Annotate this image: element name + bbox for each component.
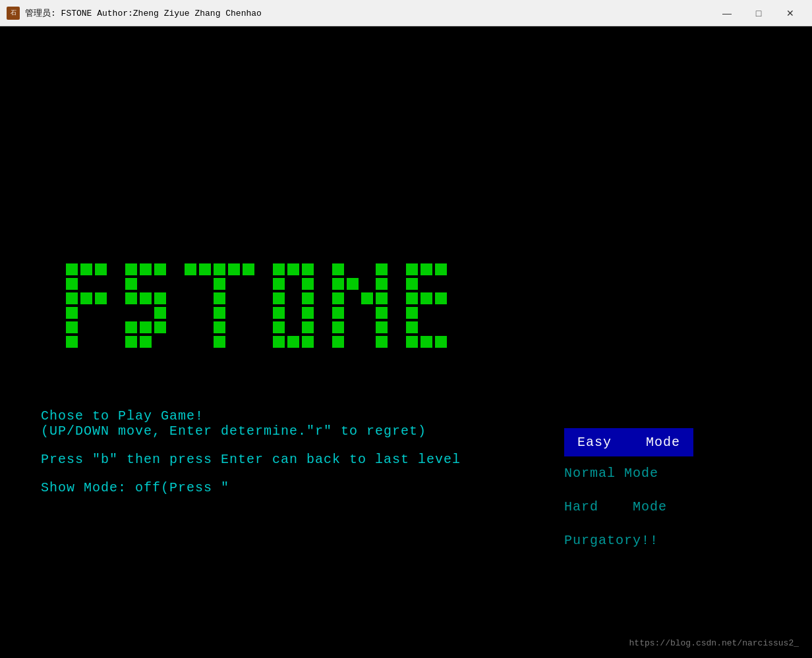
svg-rect-43 (302, 321, 314, 333)
svg-rect-49 (332, 292, 344, 304)
svg-rect-11 (140, 263, 152, 275)
svg-rect-33 (273, 263, 285, 275)
svg-rect-32 (214, 336, 225, 348)
svg-rect-13 (125, 278, 137, 290)
mode-easy[interactable]: Easy Mode (564, 428, 693, 456)
svg-rect-67 (435, 292, 447, 304)
svg-rect-20 (154, 321, 166, 333)
svg-rect-62 (420, 263, 432, 275)
svg-rect-35 (302, 263, 314, 275)
svg-rect-46 (302, 336, 314, 348)
svg-rect-28 (214, 278, 225, 290)
svg-rect-16 (154, 292, 166, 304)
svg-rect-53 (347, 278, 359, 290)
window-controls: — □ ✕ (712, 3, 805, 23)
svg-rect-39 (302, 292, 314, 304)
mode-hard[interactable]: Hard Mode (564, 490, 693, 524)
svg-rect-22 (140, 336, 152, 348)
svg-rect-52 (332, 336, 344, 348)
svg-rect-42 (273, 321, 285, 333)
svg-rect-12 (154, 263, 166, 275)
svg-rect-29 (214, 292, 225, 304)
svg-rect-71 (420, 336, 432, 348)
svg-rect-37 (302, 278, 314, 290)
svg-rect-19 (140, 321, 152, 333)
svg-rect-15 (140, 292, 152, 304)
maximize-button[interactable]: □ (743, 3, 774, 23)
svg-rect-70 (406, 336, 418, 348)
svg-rect-24 (199, 263, 211, 275)
titlebar: 石 管理员: FSTONE Author:Zheng Ziyue Zhang C… (0, 0, 812, 26)
svg-rect-59 (376, 321, 388, 333)
mode-normal[interactable]: Normal Mode (564, 456, 693, 490)
svg-rect-60 (376, 336, 388, 348)
svg-rect-66 (420, 292, 432, 304)
svg-rect-44 (273, 336, 285, 348)
svg-rect-56 (376, 263, 388, 275)
svg-rect-6 (95, 292, 107, 304)
svg-rect-34 (287, 263, 299, 275)
svg-rect-68 (406, 307, 418, 319)
mode-list: Easy Mode Normal Mode Hard Mode Purgator… (564, 428, 693, 557)
app-icon: 石 (7, 7, 20, 20)
svg-rect-51 (332, 321, 344, 333)
svg-rect-58 (376, 307, 388, 319)
svg-rect-64 (406, 278, 418, 290)
svg-rect-23 (185, 263, 196, 275)
svg-rect-65 (406, 292, 418, 304)
svg-rect-27 (243, 263, 254, 275)
game-area: Chose to Play Game! (UP/DOWN move, Enter… (0, 26, 812, 658)
svg-rect-50 (332, 307, 344, 319)
svg-rect-72 (435, 336, 447, 348)
svg-rect-57 (376, 292, 388, 304)
svg-rect-14 (125, 292, 137, 304)
svg-rect-0 (66, 263, 78, 275)
svg-rect-55 (376, 278, 388, 290)
svg-rect-5 (80, 292, 92, 304)
close-button[interactable]: ✕ (775, 3, 805, 23)
svg-rect-47 (332, 263, 344, 275)
svg-rect-36 (273, 278, 285, 290)
svg-rect-45 (287, 336, 299, 348)
svg-rect-4 (66, 292, 78, 304)
svg-rect-25 (214, 263, 225, 275)
svg-rect-40 (273, 307, 285, 319)
footer-url: https://blog.csdn.net/narcissus2_ (629, 638, 799, 648)
svg-rect-1 (80, 263, 92, 275)
svg-rect-30 (214, 307, 225, 319)
svg-rect-9 (66, 336, 78, 348)
svg-rect-2 (95, 263, 107, 275)
minimize-button[interactable]: — (712, 3, 742, 23)
svg-rect-18 (125, 321, 137, 333)
svg-rect-21 (125, 336, 137, 348)
svg-rect-26 (228, 263, 240, 275)
svg-rect-61 (406, 263, 418, 275)
mode-purgatory[interactable]: Purgatory!! (564, 524, 693, 557)
svg-rect-17 (154, 307, 166, 319)
svg-rect-63 (435, 263, 447, 275)
svg-rect-3 (66, 278, 78, 290)
svg-rect-7 (66, 307, 78, 319)
svg-rect-48 (332, 278, 344, 290)
svg-rect-31 (214, 321, 225, 333)
svg-rect-10 (125, 263, 137, 275)
instruction-line1: Chose to Play Game! (41, 408, 771, 424)
svg-rect-54 (361, 292, 373, 304)
svg-rect-38 (273, 292, 285, 304)
svg-rect-8 (66, 321, 78, 333)
window-title: 管理员: FSTONE Author:Zheng Ziyue Zhang Che… (25, 7, 712, 19)
svg-rect-41 (302, 307, 314, 319)
game-logo (66, 263, 672, 395)
svg-rect-69 (406, 321, 418, 333)
